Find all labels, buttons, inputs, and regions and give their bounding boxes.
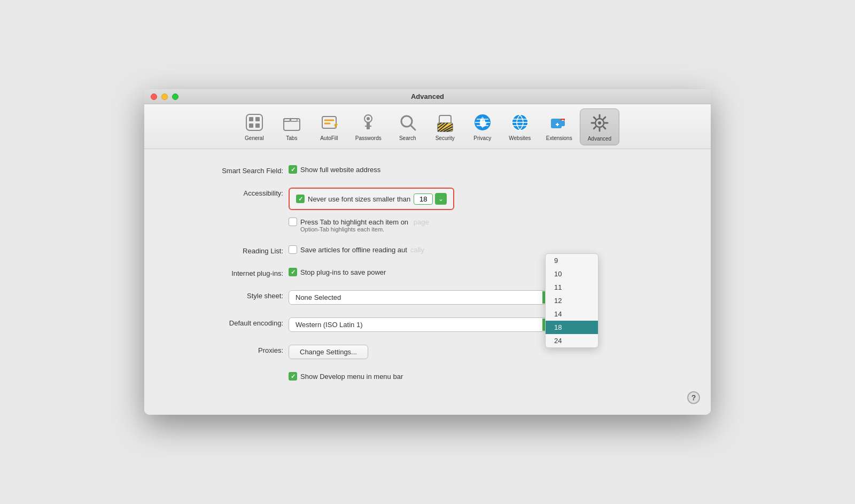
svg-rect-9 — [322, 117, 336, 128]
proxies-button[interactable]: Change Settings... — [289, 345, 368, 359]
font-size-display: 18 — [414, 193, 433, 205]
accessibility-control: Never use font sizes smaller than 18 ⌄ 9… — [289, 188, 454, 232]
toolbar-item-autofill[interactable]: AutoFill — [310, 108, 348, 145]
reading-list-checkbox[interactable] — [289, 245, 297, 254]
font-size-option-11[interactable]: 11 — [546, 281, 598, 294]
smart-search-control: Show full website address — [289, 165, 380, 174]
develop-spacer — [176, 372, 283, 374]
autofill-label: AutoFill — [320, 135, 338, 141]
svg-point-42 — [598, 121, 601, 125]
proxies-label: Proxies: — [176, 345, 283, 354]
press-tab-checkbox[interactable] — [289, 218, 297, 226]
font-size-selector: 18 ⌄ — [414, 193, 447, 205]
accessibility-label: Accessibility: — [176, 188, 283, 197]
toolbar: General Tabs — [144, 104, 711, 149]
default-encoding-row: Default encoding: Western (ISO Latin 1) … — [176, 317, 679, 332]
press-tab-subtext: Option-Tab highlights each item. — [300, 226, 454, 232]
internet-plugins-inline: Stop plug-ins to save power — [289, 268, 386, 276]
press-tab-webpage: ⁢ page — [411, 218, 429, 226]
style-sheet-select[interactable]: None Selected ▲ ▼ — [289, 290, 556, 305]
press-tab-inline: Press Tab to highlight each item on ⁢ pa… — [289, 218, 454, 226]
toolbar-item-security[interactable]: Security — [426, 108, 464, 145]
titlebar: Advanced — [144, 89, 711, 104]
internet-plugins-control: Stop plug-ins to save power — [289, 268, 386, 276]
style-sheet-control: None Selected ▲ ▼ — [289, 290, 556, 305]
smart-search-text: Show full website address — [300, 166, 380, 174]
accessibility-checkbox[interactable] — [296, 195, 305, 203]
maximize-button[interactable] — [172, 94, 178, 100]
toolbar-item-tabs[interactable]: Tabs — [273, 108, 310, 145]
font-size-option-24[interactable]: 24 — [546, 334, 598, 347]
passwords-label: Passwords — [355, 135, 382, 141]
search-label: Search — [399, 135, 416, 141]
toolbar-item-privacy[interactable]: Privacy — [464, 108, 501, 145]
press-tab-section: Press Tab to highlight each item on ⁢ pa… — [289, 218, 454, 232]
svg-point-14 — [367, 117, 370, 120]
svg-rect-3 — [249, 123, 253, 128]
svg-rect-0 — [246, 114, 262, 130]
extensions-icon — [548, 112, 570, 133]
develop-inline: Show Develop menu in menu bar — [289, 372, 403, 381]
proxies-row: Proxies: Change Settings... — [176, 345, 679, 359]
svg-line-47 — [594, 117, 596, 119]
font-size-arrow[interactable]: ⌄ — [435, 193, 447, 205]
websites-label: Websites — [509, 135, 531, 141]
autofill-icon — [318, 112, 340, 133]
general-label: General — [245, 135, 264, 141]
extensions-label: Extensions — [546, 135, 572, 141]
default-encoding-value: Western (ISO Latin 1) — [289, 318, 542, 331]
smart-search-row: Smart Search Field: Show full website ad… — [176, 165, 679, 175]
svg-line-50 — [594, 127, 596, 129]
svg-rect-2 — [255, 117, 260, 121]
toolbar-item-search[interactable]: Search — [389, 108, 426, 145]
smart-search-checkbox[interactable] — [289, 165, 297, 174]
svg-line-49 — [603, 117, 605, 119]
minimize-button[interactable] — [161, 94, 168, 100]
internet-plugins-row: Internet plug-ins: Stop plug-ins to save… — [176, 268, 679, 277]
reading-list-row: Reading List: Save articles for offline … — [176, 245, 679, 255]
passwords-icon — [357, 112, 379, 133]
svg-rect-7 — [291, 119, 297, 121]
font-size-option-12[interactable]: 12 — [546, 294, 598, 307]
help-button[interactable]: ? — [687, 391, 700, 404]
window: Advanced General — [144, 89, 711, 415]
smart-search-label: Smart Search Field: — [176, 165, 283, 175]
svg-rect-6 — [284, 119, 290, 121]
toolbar-item-passwords[interactable]: Passwords — [348, 108, 389, 145]
accessibility-box: Never use font sizes smaller than 18 ⌄ 9… — [289, 188, 454, 210]
font-size-option-18[interactable]: 18 — [546, 321, 598, 334]
svg-rect-1 — [249, 117, 253, 121]
press-tab-text: Press Tab to highlight each item on — [300, 218, 408, 226]
privacy-icon — [472, 112, 493, 133]
advanced-label: Advanced — [588, 136, 611, 142]
internet-plugins-checkbox[interactable] — [289, 268, 297, 276]
font-size-dropdown: 9 10 11 12 14 18 24 — [545, 253, 598, 348]
develop-checkbox[interactable] — [289, 372, 297, 381]
accessibility-row: Accessibility: Never use font sizes smal… — [176, 188, 679, 232]
reading-list-label: Reading List: — [176, 245, 283, 255]
font-size-option-10[interactable]: 10 — [546, 267, 598, 281]
toolbar-item-advanced[interactable]: Advanced — [580, 108, 619, 145]
close-button[interactable] — [151, 94, 157, 100]
accessibility-text: Never use font sizes smaller than — [308, 195, 410, 203]
style-sheet-label: Style sheet: — [176, 290, 283, 300]
traffic-lights — [151, 94, 178, 100]
font-size-option-9[interactable]: 9 — [546, 254, 598, 267]
default-encoding-select[interactable]: Western (ISO Latin 1) ▲ ▼ — [289, 317, 556, 332]
window-title: Advanced — [411, 92, 444, 100]
accessibility-inline: Never use font sizes smaller than 18 ⌄ — [296, 193, 447, 205]
toolbar-item-general[interactable]: General — [236, 108, 273, 145]
font-size-option-14[interactable]: 14 — [546, 307, 598, 321]
search-icon — [397, 112, 418, 133]
default-encoding-control: Western (ISO Latin 1) ▲ ▼ — [289, 317, 556, 332]
smart-search-inline: Show full website address — [289, 165, 380, 174]
general-icon — [244, 112, 265, 133]
toolbar-item-websites[interactable]: Websites — [501, 108, 539, 145]
internet-plugins-label: Internet plug-ins: — [176, 268, 283, 277]
develop-row: Show Develop menu in menu bar — [176, 372, 679, 381]
toolbar-item-extensions[interactable]: Extensions — [539, 108, 580, 145]
advanced-icon — [589, 112, 610, 134]
content-area: Smart Search Field: Show full website ad… — [144, 149, 711, 415]
internet-plugins-text: Stop plug-ins to save power — [300, 268, 386, 276]
reading-list-inline: Save articles for offline reading aut ca… — [289, 245, 424, 254]
